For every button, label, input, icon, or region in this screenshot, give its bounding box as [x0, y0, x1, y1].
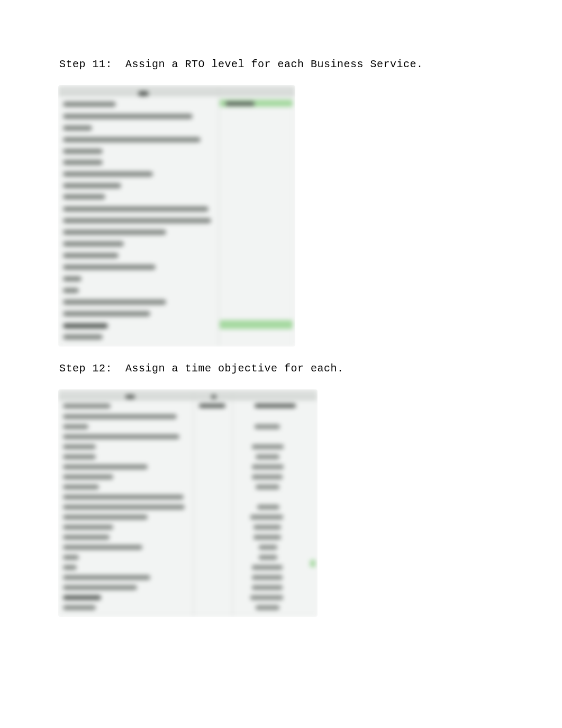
table-2-blurred-image — [58, 389, 318, 617]
step-12-heading: Step 12: Assign a time objective for eac… — [59, 362, 562, 375]
step-11-heading: Step 11: Assign a RTO level for each Bus… — [59, 58, 562, 70]
table-1-blurred-image — [58, 85, 295, 347]
